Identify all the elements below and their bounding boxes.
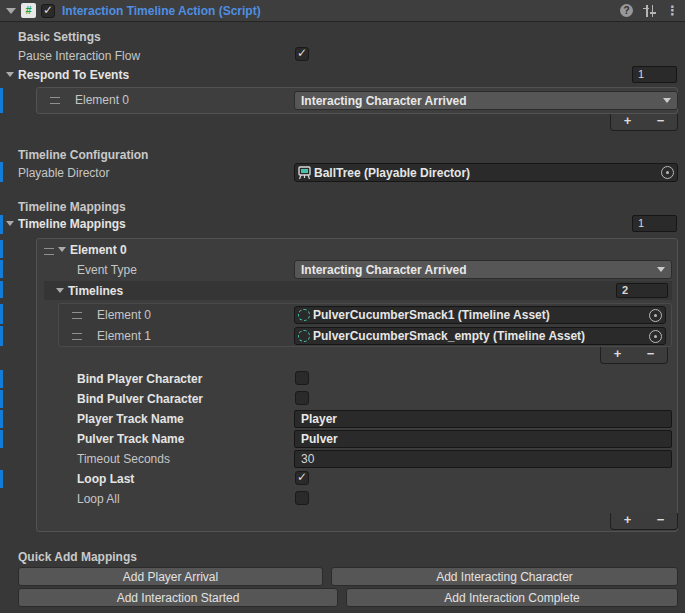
quick-add-mappings-section-label: Quick Add Mappings [18, 549, 137, 565]
bind-player-character-checkbox[interactable] [295, 371, 309, 385]
override-indicator [0, 410, 3, 428]
event-type-dropdown[interactable]: Interacting Character Arrived [294, 260, 672, 279]
bind-pulver-character-label: Bind Pulver Character [77, 391, 203, 407]
bind-player-character-label: Bind Player Character [77, 371, 202, 387]
pause-interaction-flow-label: Pause Interaction Flow [18, 48, 140, 64]
player-track-name-field[interactable]: Player [294, 410, 672, 428]
respond-to-events-title: Respond To Events [18, 67, 129, 83]
timeline-mappings-title: Timeline Mappings [18, 216, 126, 232]
override-indicator [0, 88, 3, 113]
timeline-mappings-foldout-icon[interactable] [6, 221, 14, 226]
timeline-asset-value: PulverCucumberSmack1 (Timeline Asset) [313, 308, 550, 322]
timeline-asset-icon [298, 330, 310, 342]
loop-last-checkbox[interactable] [295, 471, 309, 485]
drag-handle-icon[interactable] [72, 333, 82, 340]
more-options-icon[interactable]: ⋮ [666, 3, 679, 18]
drag-handle-icon[interactable] [72, 312, 82, 319]
remove-element-button[interactable]: − [644, 114, 677, 130]
timelines-list-footer: + − [600, 347, 668, 364]
override-indicator [0, 326, 3, 346]
object-picker-icon[interactable] [661, 166, 674, 179]
player-track-name-label: Player Track Name [77, 411, 184, 427]
component-title: Interaction Timeline Action (Script) [62, 4, 261, 18]
respond-element-dropdown[interactable]: Interacting Character Arrived [294, 91, 678, 110]
pulver-track-name-label: Pulver Track Name [77, 431, 184, 447]
timelines-title: Timelines [68, 283, 123, 299]
playable-director-object-field[interactable]: BallTree (Playable Director) [294, 163, 678, 182]
csharp-script-icon: # [21, 3, 36, 18]
override-indicator [0, 281, 3, 298]
respond-element-dropdown-value: Interacting Character Arrived [301, 94, 467, 108]
object-picker-icon[interactable] [649, 309, 662, 322]
timeline-asset-icon [298, 309, 310, 321]
loop-last-label: Loop Last [77, 471, 134, 487]
unity-inspector-panel: # Interaction Timeline Action (Script) ?… [0, 0, 685, 613]
timeline-element-label: Element 0 [97, 307, 151, 323]
component-enabled-checkbox[interactable] [41, 4, 55, 18]
timelines-count-field[interactable]: 2 [616, 283, 668, 298]
playable-director-icon [298, 166, 311, 179]
timeline-asset-field[interactable]: PulverCucumberSmack_empty (Timeline Asse… [294, 327, 666, 345]
override-indicator [0, 240, 3, 258]
timeline-configuration-section-label: Timeline Configuration [18, 147, 148, 163]
respond-element-label: Element 0 [75, 92, 129, 108]
timeout-seconds-label: Timeout Seconds [77, 451, 170, 467]
add-interaction-complete-button[interactable]: Add Interaction Complete [346, 588, 678, 607]
override-indicator [0, 430, 3, 448]
object-picker-icon[interactable] [649, 330, 662, 343]
override-indicator [0, 470, 3, 488]
timelines-header-band [44, 281, 672, 300]
remove-timeline-button[interactable]: − [634, 347, 667, 363]
timeline-asset-field[interactable]: PulverCucumberSmack1 (Timeline Asset) [294, 306, 666, 324]
timeout-seconds-field[interactable]: 30 [294, 450, 672, 468]
loop-all-checkbox[interactable] [295, 491, 309, 505]
override-indicator [0, 215, 3, 234]
help-icon[interactable]: ? [620, 4, 633, 17]
add-interacting-character-button[interactable]: Add Interacting Character [331, 567, 678, 586]
mapping-element-label: Element 0 [70, 242, 127, 258]
event-type-dropdown-value: Interacting Character Arrived [301, 263, 467, 277]
add-interaction-started-button[interactable]: Add Interaction Started [18, 588, 338, 607]
timeline-mappings-count-field[interactable]: 1 [632, 215, 677, 232]
playable-director-value: BallTree (Playable Director) [314, 166, 470, 180]
loop-all-label: Loop All [77, 491, 120, 507]
timeline-mappings-list-footer: + − [610, 513, 678, 530]
basic-settings-section-label: Basic Settings [18, 29, 101, 45]
component-header: # Interaction Timeline Action (Script) ?… [0, 0, 685, 22]
override-indicator [0, 162, 3, 182]
override-indicator [0, 304, 3, 324]
timeline-element-label: Element 1 [97, 328, 151, 344]
respond-to-events-count-field[interactable]: 1 [632, 66, 677, 83]
override-indicator [0, 260, 3, 278]
respond-to-events-foldout-icon[interactable] [6, 72, 14, 77]
add-mapping-button[interactable]: + [611, 513, 644, 529]
timeline-asset-value: PulverCucumberSmack_empty (Timeline Asse… [313, 329, 585, 343]
remove-mapping-button[interactable]: − [644, 513, 677, 529]
timeline-mappings-section-label: Timeline Mappings [18, 199, 126, 215]
mapping-element-foldout-icon[interactable] [58, 247, 66, 252]
override-indicator [0, 370, 3, 388]
respond-list-footer: + − [610, 114, 678, 131]
pulver-track-name-field[interactable]: Pulver [294, 430, 672, 448]
bind-pulver-character-checkbox[interactable] [295, 391, 309, 405]
presets-icon[interactable] [643, 5, 656, 17]
timelines-foldout-icon[interactable] [56, 288, 64, 293]
add-element-button[interactable]: + [611, 114, 644, 130]
override-indicator [0, 390, 3, 408]
event-type-label: Event Type [77, 262, 137, 278]
component-foldout-icon[interactable] [6, 8, 16, 14]
playable-director-label: Playable Director [18, 165, 109, 181]
add-timeline-button[interactable]: + [601, 347, 634, 363]
pause-interaction-flow-checkbox[interactable] [295, 47, 309, 61]
drag-handle-icon[interactable] [50, 97, 60, 104]
add-player-arrival-button[interactable]: Add Player Arrival [18, 567, 323, 586]
drag-handle-icon[interactable] [44, 248, 54, 255]
